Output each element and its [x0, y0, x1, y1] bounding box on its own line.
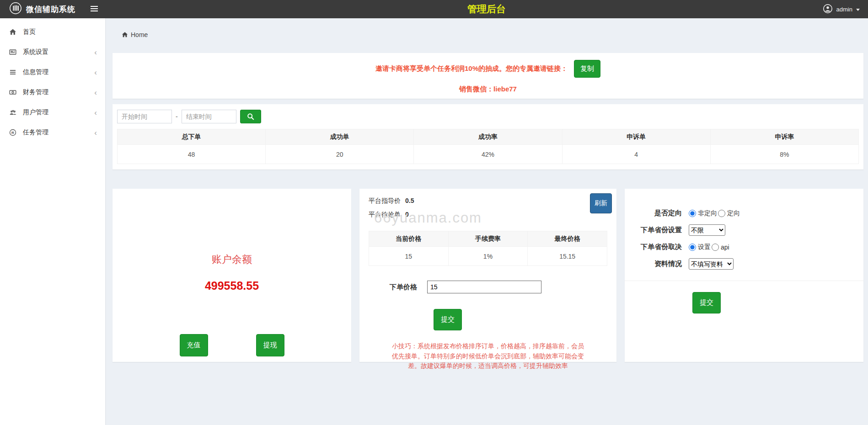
- radio-directed-input[interactable]: [718, 210, 725, 217]
- refresh-button[interactable]: 刷新: [590, 193, 612, 213]
- search-icon: [247, 113, 254, 120]
- order-price-input[interactable]: [427, 281, 541, 293]
- price-table-value-cell: 15: [369, 247, 449, 266]
- invite-notice-text: 邀请卡商将享受单个任务利润10%的抽成。您的专属邀请链接：: [375, 64, 568, 73]
- balance-amount: 499558.55: [113, 279, 351, 292]
- order-stats-table: 总下单 成功单 成功率 申诉单 申诉率 48 20 42% 4 8%: [117, 129, 859, 164]
- pending-orders-label: 平台待抢单: [369, 211, 401, 218]
- stats-value-cell: 4: [562, 145, 710, 164]
- newspaper-icon: [9, 48, 17, 56]
- dashboard-cards-row: 账户余额 499558.55 充值 提现 平台指导价0.5 平台待抢单0 刷新 …: [113, 189, 863, 362]
- stats-value-cell: 20: [266, 145, 414, 164]
- end-time-input[interactable]: [182, 110, 236, 123]
- stats-header-cell: 申诉单: [562, 129, 710, 145]
- username-label: admin: [836, 6, 852, 13]
- sidebar-item-info-management[interactable]: 信息管理 ‹: [0, 62, 105, 82]
- sidebar-item-user-management[interactable]: 用户管理 ‹: [0, 102, 105, 122]
- sidebar-item-label: 首页: [23, 28, 36, 36]
- app-logo-icon: [9, 2, 22, 16]
- price-table: 当前价格 手续费率 最终价格 15 1% 15.15: [369, 231, 607, 266]
- sidebar-item-label: 信息管理: [23, 68, 48, 76]
- top-bar: 微信辅助系统 管理后台 admin: [0, 0, 868, 18]
- sidebar-item-task-management[interactable]: R 任务管理 ‹: [0, 122, 105, 143]
- radio-non-directed-input[interactable]: [689, 210, 696, 217]
- start-time-input[interactable]: [117, 110, 172, 123]
- pricing-tips-text: 小技巧：系统根据发布价格排序订单，价格越高，排序越靠前，会员优先接单。订单特别多…: [390, 341, 586, 371]
- chevron-left-icon: ‹: [94, 48, 97, 56]
- price-table-value-cell: 15.15: [528, 247, 607, 266]
- radio-non-directed[interactable]: 非定向: [689, 209, 717, 218]
- price-table-header-cell: 最终价格: [528, 231, 607, 247]
- order-price-label: 下单价格: [390, 283, 417, 292]
- home-icon: [122, 32, 128, 38]
- stats-card: - 总下单 成功单 成功率 申诉单 申诉率 48 20 42% 4: [113, 104, 863, 170]
- svg-text:R: R: [11, 131, 14, 135]
- order-submit-button[interactable]: 提交: [434, 309, 462, 330]
- sidebar-item-label: 用户管理: [23, 108, 48, 117]
- province-source-label: 下单省份取决: [625, 243, 689, 251]
- sidebar-item-label: 系统设置: [23, 48, 48, 56]
- brand[interactable]: 微信辅助系统: [0, 0, 87, 18]
- radio-directed[interactable]: 定向: [718, 209, 740, 218]
- copy-invite-link-button[interactable]: 复制: [574, 60, 600, 78]
- stats-value-cell: 42%: [414, 145, 562, 164]
- radio-source-setting[interactable]: 设置: [689, 243, 711, 251]
- pending-orders-value: 0: [405, 211, 409, 218]
- sidebar-item-label: 任务管理: [23, 128, 48, 137]
- stats-header-cell: 总下单: [118, 129, 266, 145]
- sidebar-item-label: 财务管理: [23, 88, 48, 96]
- sales-wechat-text: 销售微信：liebe77: [113, 85, 863, 94]
- price-table-value-cell: 1%: [448, 247, 528, 266]
- users-icon: [9, 109, 17, 116]
- balance-title: 账户余额: [113, 253, 351, 266]
- registered-icon: R: [9, 129, 17, 136]
- guide-price-label: 平台指导价: [369, 197, 401, 204]
- price-table-header-cell: 当前价格: [369, 231, 449, 247]
- brand-title: 微信辅助系统: [26, 4, 75, 15]
- money-icon: [9, 89, 17, 96]
- sidebar-toggle-icon[interactable]: [91, 6, 99, 13]
- chevron-left-icon: ‹: [94, 69, 97, 76]
- sidebar-item-home[interactable]: 首页: [0, 22, 105, 42]
- breadcrumb-home-label: Home: [131, 31, 148, 38]
- chevron-down-icon: [856, 9, 860, 11]
- chevron-left-icon: ‹: [94, 129, 97, 137]
- price-table-header-cell: 手续费率: [448, 231, 528, 247]
- avatar-icon: [823, 4, 833, 15]
- stats-value-cell: 8%: [710, 145, 858, 164]
- province-select[interactable]: 不限: [689, 224, 725, 236]
- page-title: 管理后台: [105, 0, 868, 18]
- profile-select[interactable]: 不填写资料: [689, 258, 734, 270]
- stats-header-cell: 申诉率: [710, 129, 858, 145]
- stats-header-cell: 成功单: [266, 129, 414, 145]
- date-range-separator: -: [176, 113, 178, 120]
- stats-value-cell: 48: [118, 145, 266, 164]
- user-menu[interactable]: admin: [823, 0, 860, 18]
- radio-source-api[interactable]: api: [712, 244, 729, 251]
- guide-price-value: 0.5: [405, 197, 414, 204]
- withdraw-button[interactable]: 提现: [256, 334, 284, 356]
- divider: [625, 281, 863, 281]
- direction-settings-card: 是否定向 非定向 定向 下单省份设置 不限: [625, 189, 863, 362]
- chevron-left-icon: ‹: [94, 109, 97, 117]
- sidebar-item-system-settings[interactable]: 系统设置 ‹: [0, 42, 105, 62]
- sidebar-item-finance-management[interactable]: 财务管理 ‹: [0, 82, 105, 102]
- order-price-card: 平台指导价0.5 平台待抢单0 刷新 66yuanma.com 当前价格 手续费…: [359, 189, 616, 362]
- recharge-button[interactable]: 充值: [180, 334, 208, 356]
- direction-submit-button[interactable]: 提交: [692, 292, 721, 313]
- list-icon: [9, 69, 17, 76]
- profile-status-label: 资料情况: [625, 260, 689, 268]
- search-button[interactable]: [240, 110, 261, 123]
- province-setting-label: 下单省份设置: [625, 226, 689, 234]
- invite-notice-card: 邀请卡商将享受单个任务利润10%的抽成。您的专属邀请链接： 复制 销售微信：li…: [113, 53, 863, 99]
- radio-source-api-input[interactable]: [712, 244, 719, 251]
- balance-card: 账户余额 499558.55 充值 提现: [113, 189, 351, 362]
- chevron-left-icon: ‹: [94, 89, 97, 96]
- radio-source-setting-input[interactable]: [689, 244, 696, 251]
- sidebar: 首页 系统设置 ‹ 信息管理 ‹: [0, 18, 105, 425]
- home-icon: [9, 28, 17, 36]
- direction-label: 是否定向: [625, 209, 689, 218]
- main-content: Home 邀请卡商将享受单个任务利润10%的抽成。您的专属邀请链接： 复制 销售…: [105, 18, 868, 425]
- stats-header-cell: 成功率: [414, 129, 562, 145]
- breadcrumb[interactable]: Home: [113, 18, 863, 53]
